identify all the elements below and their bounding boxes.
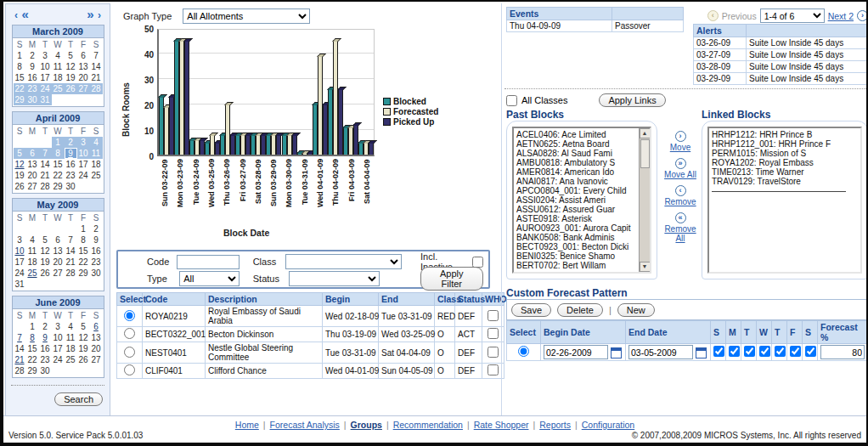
list-item[interactable]: BERT0702: Bert Willam: [516, 261, 637, 270]
calendar-day[interactable]: 24: [39, 83, 52, 94]
calendar-day[interactable]: 16: [90, 246, 103, 257]
calendar-day[interactable]: 16: [65, 159, 77, 170]
end-date-input[interactable]: [628, 345, 693, 359]
calendar-day[interactable]: 28: [90, 83, 103, 94]
row-select-radio[interactable]: [124, 347, 135, 358]
calendar-day[interactable]: 21: [14, 354, 26, 365]
remove-link[interactable]: Remove: [662, 197, 699, 206]
who-checkbox[interactable]: [488, 347, 499, 358]
calendar-day[interactable]: 9: [39, 332, 52, 343]
calendar-day[interactable]: 5: [65, 50, 77, 61]
calendar-day[interactable]: 26: [65, 83, 77, 94]
day-checkbox[interactable]: [805, 346, 816, 357]
day-checkbox[interactable]: [759, 346, 770, 357]
calendar-day[interactable]: 29: [26, 365, 39, 376]
apply-links-button[interactable]: Apply Links: [599, 93, 665, 107]
list-item[interactable]: HRHP1212_001: HRH Prince F: [712, 139, 858, 149]
calendar-day[interactable]: 13: [26, 159, 39, 170]
linked-blocks-list[interactable]: HRHP1212: HRH Prince BHRHP1212_001: HRH …: [707, 127, 862, 274]
code-input[interactable]: [177, 255, 240, 269]
calendar-day[interactable]: 23: [65, 170, 77, 181]
list-item[interactable]: ACEL0406: Ace Limited: [516, 130, 637, 139]
day-checkbox[interactable]: [744, 346, 755, 357]
footer-link-forecast-analysis[interactable]: Forecast Analysis: [270, 420, 340, 430]
day-checkbox[interactable]: [729, 346, 740, 357]
list-item[interactable]: ROYA1202: Royal Embass: [712, 158, 858, 167]
calendar-day[interactable]: 25: [52, 83, 65, 94]
calendar-day[interactable]: 30: [90, 268, 103, 279]
calendar-day[interactable]: 19: [14, 170, 26, 181]
next-icon[interactable]: ›: [857, 10, 868, 21]
calendar-day[interactable]: 15: [26, 343, 39, 354]
calendar-day[interactable]: 29: [52, 181, 65, 192]
calendar-day[interactable]: 29: [77, 268, 90, 279]
calendar-day[interactable]: 25: [65, 354, 77, 365]
calendar-day[interactable]: 10: [14, 246, 26, 257]
calendar-day[interactable]: 14: [90, 61, 103, 72]
calendar-day[interactable]: 28: [39, 181, 52, 192]
list-item[interactable]: ASSI0204: Assist Ameri: [516, 195, 637, 205]
list-item[interactable]: ASTE0918: Asterisk: [516, 214, 637, 223]
calendar-day[interactable]: 21: [90, 72, 103, 83]
move-all-icon[interactable]: »: [675, 158, 686, 169]
remove-all-link[interactable]: Remove All: [662, 224, 699, 243]
footer-link-reports[interactable]: Reports: [539, 420, 571, 430]
calendar-day[interactable]: 19: [39, 257, 52, 268]
day-checkbox[interactable]: [713, 346, 724, 357]
calendar-day[interactable]: 15: [14, 72, 26, 83]
remove-all-icon[interactable]: «: [675, 212, 686, 223]
calendar-day[interactable]: 16: [26, 72, 39, 83]
calendar-day[interactable]: 16: [39, 343, 52, 354]
calendar-day[interactable]: 2: [39, 321, 52, 332]
calendar-icon[interactable]: [611, 347, 622, 358]
calendar-day[interactable]: 1: [14, 50, 26, 61]
footer-link-recommendation[interactable]: Recommendation: [393, 420, 463, 430]
calendar-day[interactable]: 1: [26, 321, 39, 332]
calendar-day[interactable]: 23: [90, 257, 103, 268]
calendar-day[interactable]: 27: [90, 354, 103, 365]
apply-filter-button[interactable]: Apply Filter: [420, 267, 483, 291]
calendar-day[interactable]: 26: [14, 181, 26, 192]
row-select-radio[interactable]: [124, 328, 135, 339]
calendar-day[interactable]: 10: [52, 332, 65, 343]
calendar-day[interactable]: 29: [14, 94, 26, 105]
calendar-day[interactable]: 5: [14, 148, 26, 159]
list-item[interactable]: APCO0804_001: Every Child: [516, 186, 637, 195]
calendar-day[interactable]: 25: [26, 268, 39, 279]
forecast-select-radio[interactable]: [518, 346, 529, 357]
calendar-day[interactable]: 9: [90, 234, 103, 246]
calendar-day[interactable]: 23: [39, 354, 52, 365]
calendar-day[interactable]: 13: [90, 332, 103, 343]
calendar-day[interactable]: 13: [77, 61, 90, 72]
row-select-radio[interactable]: [124, 364, 135, 375]
calendar-day[interactable]: 13: [52, 246, 65, 257]
calendar-day[interactable]: 18: [90, 159, 103, 170]
calendar-day[interactable]: 26: [39, 268, 52, 279]
calendar-day[interactable]: 7: [90, 50, 103, 61]
scrollbar[interactable]: ▲ ▼: [639, 128, 650, 272]
calendar-day[interactable]: 31: [39, 94, 52, 105]
calendar-day[interactable]: 4: [65, 321, 77, 332]
list-item[interactable]: AMER0814: American Ido: [516, 167, 637, 177]
calendar-day[interactable]: 17: [39, 72, 52, 83]
who-checkbox[interactable]: [488, 364, 499, 375]
calendar-day[interactable]: 18: [26, 257, 39, 268]
calendar-day[interactable]: 19: [65, 72, 77, 83]
calendar-day[interactable]: 7: [39, 148, 52, 159]
calendar-day[interactable]: 15: [52, 159, 65, 170]
move-icon[interactable]: ›: [675, 131, 686, 142]
calendar-day[interactable]: 31: [14, 279, 26, 290]
incl-inactive-checkbox[interactable]: [472, 257, 483, 268]
calendar-day[interactable]: 15: [77, 246, 90, 257]
calendar-day[interactable]: 21: [39, 170, 52, 181]
calendar-day[interactable]: 6: [26, 148, 39, 159]
calendar-day[interactable]: 17: [77, 159, 90, 170]
calendar-day[interactable]: 20: [90, 343, 103, 354]
calendar-day[interactable]: 2: [90, 223, 103, 234]
list-item[interactable]: TIME0213: Time Warner: [712, 167, 858, 177]
calendar-day[interactable]: 7: [14, 332, 26, 343]
remove-icon[interactable]: ‹: [675, 185, 686, 196]
calendar-day[interactable]: 20: [52, 257, 65, 268]
calendar-day[interactable]: 19: [77, 343, 90, 354]
list-item[interactable]: PERM1015: Mission of S: [712, 149, 858, 158]
